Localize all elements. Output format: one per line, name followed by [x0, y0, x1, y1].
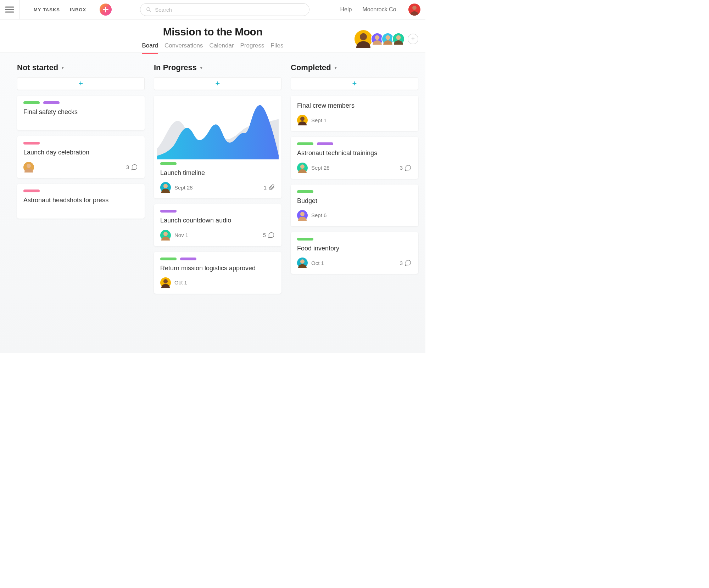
task-card[interactable]: Launch countdown audio Nov 1 5 [154, 204, 281, 246]
card-title: Astronaut headshots for press [23, 196, 138, 204]
tag-purple [317, 142, 333, 145]
card-footer: 3 [23, 162, 138, 173]
svg-line-6 [150, 10, 151, 12]
card-sparkline-chart [154, 96, 281, 159]
svg-point-5 [147, 7, 150, 11]
new-task-button[interactable] [100, 4, 112, 16]
search-icon [146, 7, 151, 12]
plus-icon [103, 7, 108, 12]
task-card[interactable]: Final safety checks [17, 96, 145, 130]
person-icon [160, 277, 171, 288]
card-date: Sept 28 [311, 165, 330, 171]
paperclip-icon [268, 184, 275, 191]
card-title: Launch timeline [154, 169, 281, 177]
column-title: Completed [291, 63, 331, 72]
card-footer: Oct 1 3 [297, 258, 412, 268]
add-card-button[interactable]: + [17, 77, 145, 90]
tag-row [23, 142, 138, 145]
task-card[interactable]: Astronaut headshots for press [17, 184, 145, 219]
card-title: Final crew members [297, 101, 412, 110]
task-card[interactable]: Return mission logistics approved Oct 1 [154, 252, 281, 294]
tab-calendar[interactable]: Calendar [210, 42, 234, 54]
tag-row [160, 210, 275, 213]
assignee-avatar[interactable] [297, 210, 308, 221]
card-footer: Sept 28 3 [297, 163, 412, 173]
tab-conversations[interactable]: Conversations [164, 42, 203, 54]
hamburger-menu-button[interactable] [0, 0, 19, 19]
column-header[interactable]: Not started ▾ [17, 63, 145, 72]
card-footer: Sept 1 [297, 115, 412, 125]
project-members: + [354, 29, 418, 49]
person-icon [393, 33, 404, 45]
tag-purple [43, 101, 60, 104]
svg-point-10 [386, 35, 390, 40]
column-header[interactable]: Completed ▾ [291, 63, 418, 72]
person-icon [354, 30, 372, 48]
comment-count[interactable]: 3 [400, 164, 412, 171]
search-bar[interactable] [140, 3, 309, 16]
search-input[interactable] [155, 7, 303, 13]
comment-count[interactable]: 3 [126, 164, 138, 171]
hamburger-icon [5, 6, 14, 13]
card-title: Astronaut technical trainings [297, 149, 412, 157]
user-avatar[interactable] [408, 4, 420, 16]
nav-my-tasks[interactable]: MY TASKS [34, 7, 60, 12]
tag-row [23, 101, 138, 104]
svg-point-12 [27, 164, 31, 168]
tag-green [297, 190, 313, 193]
task-card[interactable]: Budget Sept 6 [291, 185, 418, 226]
person-icon [23, 162, 34, 173]
svg-point-19 [300, 259, 305, 264]
assignee-avatar[interactable] [297, 163, 308, 173]
chevron-down-icon: ▾ [62, 66, 64, 70]
project-header: Mission to the Moon Board Conversations … [0, 19, 425, 52]
assignee-avatar[interactable] [23, 162, 34, 173]
chevron-down-icon: ▾ [200, 66, 202, 70]
tab-board[interactable]: Board [142, 42, 158, 54]
tab-progress[interactable]: Progress [240, 42, 264, 54]
person-icon [408, 4, 420, 16]
add-card-button[interactable]: + [291, 77, 418, 90]
svg-point-16 [300, 117, 305, 121]
comment-count[interactable]: 5 [263, 232, 275, 239]
task-card[interactable]: Food inventory Oct 1 3 [291, 232, 418, 274]
task-card[interactable]: Launch timeline Sept 28 1 [154, 96, 281, 198]
comment-count[interactable]: 3 [400, 259, 412, 266]
card-title: Food inventory [297, 244, 412, 253]
column-header[interactable]: In Progress ▾ [154, 63, 281, 72]
card-date: Sept 28 [174, 185, 193, 191]
member-avatar[interactable] [392, 33, 405, 45]
card-title: Launch countdown audio [160, 216, 275, 225]
svg-point-17 [300, 164, 305, 169]
comment-icon [267, 232, 275, 239]
top-right-links: Help Moonrock Co. [340, 4, 421, 16]
assignee-avatar[interactable] [297, 115, 308, 125]
assignee-avatar[interactable] [160, 277, 171, 288]
task-card[interactable]: Astronaut technical trainings Sept 28 3 [291, 137, 418, 179]
card-date: Oct 1 [174, 279, 187, 285]
member-avatar[interactable] [354, 29, 373, 49]
assignee-avatar[interactable] [160, 182, 171, 193]
org-switcher[interactable]: Moonrock Co. [362, 6, 398, 13]
comment-icon [130, 164, 138, 171]
svg-point-8 [360, 33, 367, 40]
tab-files[interactable]: Files [271, 42, 284, 54]
card-title: Budget [297, 197, 412, 205]
tag-row [297, 238, 412, 241]
board: Not started ▾ + Final safety checks Laun… [0, 52, 425, 353]
card-title: Final safety checks [23, 108, 138, 116]
svg-point-7 [412, 6, 417, 10]
assignee-avatar[interactable] [297, 258, 308, 268]
assignee-avatar[interactable] [160, 230, 171, 241]
add-member-button[interactable]: + [408, 34, 418, 44]
task-card[interactable]: Launch day celebration 3 [17, 136, 145, 178]
tag-green [160, 258, 177, 260]
task-card[interactable]: Final crew members Sept 1 [291, 96, 418, 131]
tag-row [154, 162, 281, 165]
add-card-button[interactable]: + [154, 77, 281, 90]
column-title: In Progress [154, 63, 197, 72]
nav-inbox[interactable]: INBOX [70, 7, 86, 12]
attachment-count[interactable]: 1 [264, 184, 275, 191]
svg-point-13 [163, 184, 168, 188]
help-link[interactable]: Help [340, 6, 352, 13]
